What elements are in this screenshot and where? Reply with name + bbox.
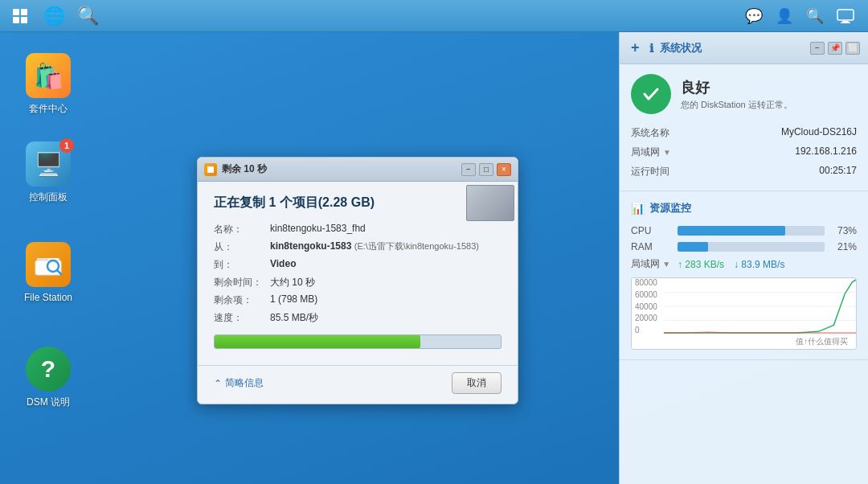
svg-rect-12 [207,166,214,173]
info-row-name: 名称： kin8tengoku-1583_fhd [214,223,502,236]
user-button[interactable]: 👤 [770,2,799,31]
dsm-help-label: DSM 说明 [27,396,70,409]
control-panel-icon: 🖥️ 1 [26,142,71,187]
network-speed-dropdown[interactable]: ▼ [662,260,670,269]
chart-y-label-1: 60000 [635,290,657,299]
desktop: 🛍️ 套件中心 🖥️ 1 控制面板 File Station ? DSM 说明 [0,32,868,484]
chat-button[interactable]: 💬 [739,2,768,31]
cpu-bar-fill [678,226,785,236]
ram-bar-fill [678,242,708,252]
svg-rect-1 [21,9,27,15]
svg-rect-6 [841,22,850,23]
info-row-from: 从： kin8tengoku-1583 (E:\迅雷下载\kin8tengoku… [214,240,502,254]
cpu-label: CPU [631,225,671,236]
search-button[interactable]: 🔍 [800,2,829,31]
cpu-row: CPU 73% [631,225,857,236]
dialog-footer: ⌃ 简略信息 取消 [198,365,518,404]
app-grid-button[interactable] [5,2,35,31]
info-uptime-val: 00:25:17 [819,165,857,178]
info-time-value: 大约 10 秒 [270,276,315,289]
resource-section: 📊 资源监控 CPU 73% RAM 21% 局域网 [620,191,868,360]
info-row-network: 局域网 ▼ 192.168.1.216 [631,143,857,162]
panel-minimize-btn[interactable]: − [810,42,825,55]
status-check-icon [631,74,671,114]
package-center-icon: 🛍️ [26,53,71,98]
network-speed-row: 局域网 ▼ ↑ 283 KB/s ↓ 83.9 MB/s [631,257,857,271]
info-remaining-label: 剩余项： [214,293,270,307]
ram-row: RAM 21% [631,241,857,252]
dsm-help-icon: ? [26,347,71,392]
status-good-label: 良好 [681,78,792,97]
chart-y-label-2: 40000 [635,302,657,311]
display-button[interactable] [831,2,860,31]
info-speed-value: 85.5 MB/秒 [270,311,318,325]
info-row-time: 剩余时间： 大约 10 秒 [214,276,502,289]
dialog-titlebar: 剩余 10 秒 − □ × [198,158,518,182]
system-panel: + ℹ 系统状况 − 📌 ⬜ 良好 您的 DiskStation [619,32,868,484]
desktop-icon-package-center[interactable]: 🛍️ 套件中心 [16,48,80,121]
info-name-value: kin8tengoku-1583_fhd [270,223,366,236]
taskbar-app1-button[interactable]: 🌐 [39,2,69,31]
dialog-title-icon [204,163,217,176]
info-speed-label: 速度： [214,311,270,325]
panel-maximize-btn[interactable]: ⬜ [845,42,860,55]
info-from-value: kin8tengoku-1583 (E:\迅雷下载\kin8tengoku-15… [270,240,479,254]
desktop-icon-file-station[interactable]: File Station [16,237,80,310]
status-row: 良好 您的 DiskStation 运转正常。 [631,74,857,114]
dialog-maximize-btn[interactable]: □ [479,163,493,176]
info-row-uptime: 运行时间 00:25:17 [631,162,857,181]
panel-pin-btn[interactable]: 📌 [828,42,842,55]
taskbar-app2-button[interactable]: 🔍 [72,2,103,31]
info-name-label: 名称： [214,223,270,236]
chart-y-label-3: 20000 [635,314,657,322]
svg-rect-2 [13,17,19,23]
resource-icon: 📊 [631,202,645,215]
progress-bar-fill [215,335,420,348]
svg-rect-0 [13,9,19,15]
dialog-cancel-button[interactable]: 取消 [452,372,502,394]
info-row-remaining: 剩余项： 1 (798 MB) [214,293,502,307]
info-to-label: 到： [214,258,270,272]
svg-rect-4 [837,10,854,20]
network-dropdown-arrow[interactable]: ▼ [663,148,671,157]
info-row-speed: 速度： 85.5 MB/秒 [214,311,502,325]
network-speed-label: 局域网 ▼ [631,257,671,271]
desktop-icon-dsm-help[interactable]: ? DSM 说明 [16,342,80,414]
dialog-body: 正在复制 1 个项目(2.28 GB) 名称： kin8tengoku-1583… [198,182,518,365]
file-station-label: File Station [24,292,72,305]
info-sysname-key: 系统名称 [631,126,669,140]
info-from-path: (E:\迅雷下载\kin8tengoku-1583) [354,241,479,251]
ram-label: RAM [631,241,671,252]
panel-add-button[interactable]: + [628,39,643,56]
taskbar-left: 🌐 🔍 [0,2,103,31]
network-download-speed: ↓ 83.9 MB/s [734,259,784,270]
copy-dialog: 剩余 10 秒 − □ × 正在复制 1 个项目(2.28 GB) 名称： ki… [197,157,518,404]
dialog-title-text: 剩余 10 秒 [222,162,267,176]
panel-title-text: 系统状况 [660,41,702,55]
ram-pct: 21% [831,241,857,252]
chevron-up-icon: ⌃ [214,378,222,389]
info-to-value: Video [270,258,296,272]
details-btn-label: 简略信息 [225,376,264,390]
dialog-minimize-btn[interactable]: − [461,163,476,176]
network-upload-speed: ↑ 283 KB/s [678,259,724,270]
thumbnail-preview [466,185,514,221]
desktop-icon-control-panel[interactable]: 🖥️ 1 控制面板 [16,137,80,209]
chart-y-label-0: 80000 [635,278,657,287]
svg-rect-3 [21,17,27,23]
chart-watermark: 值↑什么值得买 [796,336,848,347]
info-row-sysname: 系统名称 MyCloud-DS216J [631,124,857,143]
package-center-label: 套件中心 [29,103,68,116]
chart-area [664,278,856,334]
panel-icon: ℹ [649,42,653,55]
control-panel-label: 控制面板 [29,191,68,204]
dialog-details-button[interactable]: ⌃ 简略信息 [214,376,264,390]
info-table: 系统名称 MyCloud-DS216J 局域网 ▼ 192.168.1.216 … [631,124,857,181]
chart-y-labels: 80000 60000 40000 20000 0 [635,278,657,334]
dialog-close-btn[interactable]: × [497,163,511,176]
info-from-label: 从： [214,240,270,254]
chart-y-label-4: 0 [635,326,657,334]
info-network-val: 192.168.1.216 [795,146,857,159]
panel-controls: − 📌 ⬜ [810,42,860,55]
network-chart: 80000 60000 40000 20000 0 [631,277,857,350]
